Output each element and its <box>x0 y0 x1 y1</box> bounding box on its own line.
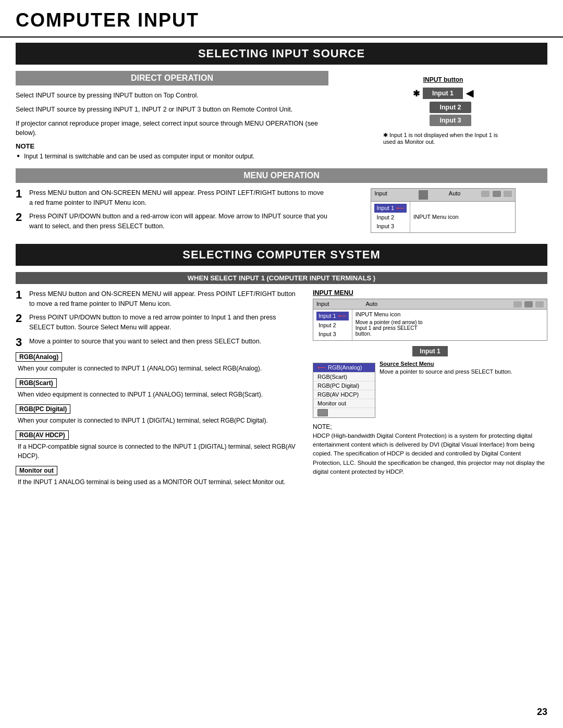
direct-operation-block: DIRECT OPERATION Select INPUT source by … <box>16 71 547 161</box>
source-select-container: ⟵ RGB(Analog) RGB(Scart) RGB(PC Digital)… <box>313 361 547 418</box>
fmd-input-label: Input <box>374 190 387 200</box>
page-number: 23 <box>537 707 547 718</box>
note-item: Input 1 terminal is switchable and can b… <box>16 152 328 161</box>
menu-op-diagram: Input Auto <box>339 188 547 236</box>
menu-op-header: MENU OPERATION <box>16 168 547 183</box>
note-label: NOTE <box>16 142 328 150</box>
sys-input-menu-diagram: Input Auto Input 1 <box>313 299 547 341</box>
fmd-header: Input Auto <box>371 189 515 202</box>
sys-step-1: 1 Press MENU button and ON-SCREEN MENU w… <box>16 289 302 309</box>
section-selecting-input: SELECTING INPUT SOURCE DIRECT OPERATION … <box>16 43 547 236</box>
tag-rgb-av-hdcp: RGB(AV HDCP) <box>16 430 69 440</box>
computer-system-content: 1 Press MENU button and ON-SCREEN MENU w… <box>16 289 547 492</box>
btn-row-input2: Input 2 <box>415 102 471 113</box>
menu-step-2: 2 Press POINT UP/DOWN button and a red-a… <box>16 212 328 231</box>
fmd-item-1: Input 1 ⟵ <box>374 204 407 213</box>
step1-text: Press MENU button and ON-SCREEN MENU wil… <box>29 188 328 208</box>
sys-step-3: 3 Move a pointer to source that you want… <box>16 337 302 348</box>
btn-row-input3: Input 3 <box>415 115 471 126</box>
rgb-scart-desc: When video equipment is connected to INP… <box>18 390 302 399</box>
menu-step-1: 1 Press MENU button and ON-SCREEN MENU w… <box>16 188 328 208</box>
input-btn-label: INPUT button <box>423 76 463 83</box>
section-header-computer: SELECTING COMPUTER SYSTEM <box>16 244 547 266</box>
tag-rgb-analog: RGB(Analog) <box>16 352 62 362</box>
fmd-menu-icon-label: INPUT Menu icon <box>410 202 462 232</box>
page-header: COMPUTER INPUT <box>0 0 563 38</box>
tag-rgb-pc-digital: RGB(PC Digital) <box>16 404 70 414</box>
menu-op-content: 1 Press MENU button and ON-SCREEN MENU w… <box>16 188 547 236</box>
input-button-diagram: INPUT button ✱ Input 1 ◀ Input 2 Input 3 <box>383 76 503 145</box>
arrow-left: ◀ <box>466 88 473 99</box>
source-item-rgb-pc-digital: RGB(PC Digital) <box>313 381 375 390</box>
sys-fmd-input: Input <box>316 301 329 307</box>
sys-fmd-item-3: Input 3 <box>316 330 349 338</box>
sys-fmd-items: Input 1 ⟵ Input 2 Input 3 <box>313 310 352 340</box>
input1-box: Input 1 <box>412 346 447 356</box>
sys-step2-text: Press POINT UP/DOWN button to move a red… <box>29 313 302 332</box>
sys-step1-num: 1 <box>16 289 25 309</box>
rgb-pc-digital-desc: When your computer is connected to INPUT… <box>18 416 302 425</box>
sys-step2-num: 2 <box>16 313 25 332</box>
fmd-auto-label <box>419 190 428 200</box>
fmd-body: Input 1 ⟵ Input 2 Input 3 INPUT Menu ico… <box>371 202 515 232</box>
sys-fmd-auto: Auto <box>365 301 377 307</box>
sys-fmd-body: Input 1 ⟵ Input 2 Input 3 INPUT Menu ico… <box>313 310 547 340</box>
direct-op-text1: Select INPUT source by pressing INPUT bu… <box>16 91 328 101</box>
star-symbol: ✱ <box>413 89 420 98</box>
page-title: COMPUTER INPUT <box>16 9 199 31</box>
direct-op-text2: Select INPUT source by pressing INPUT 1,… <box>16 105 328 115</box>
source-item-monitor-out: Monitor out <box>313 399 375 408</box>
option-rgb-pc-digital: RGB(PC Digital) When your computer is co… <box>16 404 302 425</box>
note-box: NOTE Input 1 terminal is switchable and … <box>16 142 328 161</box>
fmd-items: Input 1 ⟵ Input 2 Input 3 <box>371 202 410 232</box>
sys-step3-num: 3 <box>16 337 25 348</box>
step2-num: 2 <box>16 212 25 231</box>
source-menu-diagram: ⟵ RGB(Analog) RGB(Scart) RGB(PC Digital)… <box>313 363 375 418</box>
input-menu-icon-label: INPUT Menu icon <box>413 214 459 220</box>
input1-highlight-row: Input 1 <box>313 344 547 359</box>
input-btn-3: Input 3 <box>430 115 471 126</box>
section-selecting-computer: SELECTING COMPUTER SYSTEM WHEN SELECT IN… <box>16 244 547 492</box>
monitor-out-icon <box>317 409 328 416</box>
option-rgb-av-hdcp: RGB(AV HDCP) If a HDCP-compatible signal… <box>16 430 302 461</box>
sys-step1-text: Press MENU button and ON-SCREEN MENU wil… <box>29 289 302 309</box>
source-select-note: Source Select Menu <box>380 361 512 367</box>
hdcp-note: NOTE; HDCP (High-bandwidth Digital Conte… <box>313 422 547 476</box>
sys-left: 1 Press MENU button and ON-SCREEN MENU w… <box>16 289 302 492</box>
option-monitor-out: Monitor out If the INPUT 1 ANALOG termin… <box>16 466 302 487</box>
step2-text: Press POINT UP/DOWN button and a red-arr… <box>29 212 328 231</box>
direct-op-right: INPUT button ✱ Input 1 ◀ Input 2 Input 3 <box>339 71 547 161</box>
sys-fmd-item-1: Input 1 ⟵ <box>316 312 349 320</box>
sys-step-2: 2 Press POINT UP/DOWN button to move a r… <box>16 313 302 332</box>
sys-fmd-arrow: ⟵ <box>338 313 347 319</box>
menu-op-steps: 1 Press MENU button and ON-SCREEN MENU w… <box>16 188 328 236</box>
source-item-rgb-av-hdcp: RGB(AV HDCP) <box>313 390 375 399</box>
sys-input-menu-icon-label: INPUT Menu icon <box>356 311 401 317</box>
tag-rgb-scart: RGB(Scart) <box>16 378 57 388</box>
hdcp-note-text: HDCP (High-bandwidth Digital Content Pro… <box>313 431 547 476</box>
source-menu-wrapper: ⟵ RGB(Analog) RGB(Scart) RGB(PC Digital)… <box>313 361 375 418</box>
sys-fmd-right: INPUT Menu icon Move a pointer (red arro… <box>352 310 437 340</box>
sys-fmd-item-2: Input 2 <box>316 321 349 329</box>
direct-op-left: DIRECT OPERATION Select INPUT source by … <box>16 71 328 161</box>
tag-monitor-out: Monitor out <box>16 466 57 475</box>
fmd-icon-group <box>481 190 511 200</box>
direct-op-text3: If projector cannot reproduce proper ima… <box>16 119 328 139</box>
fmd-item-1-text: Input 1 <box>376 205 394 211</box>
sys-arrow-note: Move a pointer (red arrow) to Input 1 an… <box>356 319 434 337</box>
fmd-arrow: ⟵ <box>396 205 405 212</box>
input-menu-label: INPUT MENU <box>313 289 547 297</box>
source-item-icon <box>313 408 375 417</box>
source-select-label-block: Source Select Menu Move a pointer to sou… <box>380 361 512 376</box>
sys-fmd-icons <box>513 301 544 307</box>
source-item-rgb-scart: RGB(Scart) <box>313 373 375 381</box>
fmd-item-3: Input 3 <box>374 222 407 230</box>
input-btn-2: Input 2 <box>430 102 471 113</box>
direct-op-header: DIRECT OPERATION <box>16 71 328 85</box>
input-btn-1: Input 1 <box>422 87 464 100</box>
input-btn-footnote: ✱ Input 1 is not displayed when the Inpu… <box>383 132 503 145</box>
source-select-desc: Move a pointer to source and press SELEC… <box>380 368 512 376</box>
fmd-item-2: Input 2 <box>374 213 407 221</box>
sys-step3-text: Move a pointer to source that you want t… <box>29 337 261 348</box>
section-header-input-source: SELECTING INPUT SOURCE <box>16 43 547 65</box>
